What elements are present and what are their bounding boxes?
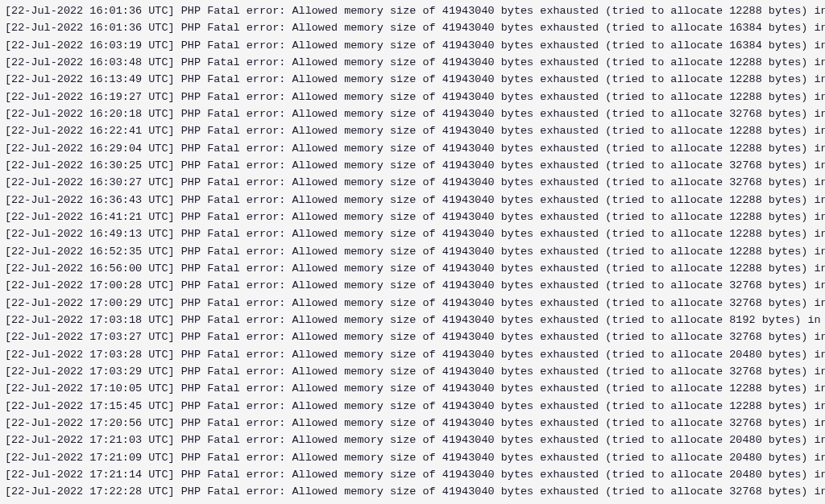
log-line: [22-Jul-2022 16:22:41 UTC] PHP Fatal err… (5, 122, 820, 139)
log-line: [22-Jul-2022 17:21:09 UTC] PHP Fatal err… (5, 449, 820, 466)
log-line: [22-Jul-2022 16:03:48 UTC] PHP Fatal err… (5, 54, 820, 71)
log-line: [22-Jul-2022 17:21:03 UTC] PHP Fatal err… (5, 432, 820, 448)
log-line: [22-Jul-2022 17:03:28 UTC] PHP Fatal err… (5, 346, 820, 363)
log-line: [22-Jul-2022 16:30:25 UTC] PHP Fatal err… (5, 157, 820, 174)
log-line: [22-Jul-2022 17:21:14 UTC] PHP Fatal err… (5, 466, 820, 483)
log-line: [22-Jul-2022 16:01:36 UTC] PHP Fatal err… (5, 2, 820, 19)
log-line: [22-Jul-2022 16:19:27 UTC] PHP Fatal err… (5, 89, 820, 105)
log-line: [22-Jul-2022 16:56:00 UTC] PHP Fatal err… (5, 260, 820, 277)
log-line: [22-Jul-2022 17:03:18 UTC] PHP Fatal err… (5, 312, 820, 328)
log-output: [22-Jul-2022 16:01:36 UTC] PHP Fatal err… (5, 2, 820, 504)
log-line: [22-Jul-2022 17:22:28 UTC] PHP Fatal err… (5, 483, 820, 500)
log-line: [22-Jul-2022 17:00:28 UTC] PHP Fatal err… (5, 277, 820, 294)
log-line: [22-Jul-2022 16:52:35 UTC] PHP Fatal err… (5, 243, 820, 260)
log-line: [22-Jul-2022 16:29:04 UTC] PHP Fatal err… (5, 140, 820, 157)
log-line: [22-Jul-2022 17:10:05 UTC] PHP Fatal err… (5, 380, 820, 397)
log-line: [22-Jul-2022 16:01:36 UTC] PHP Fatal err… (5, 19, 820, 36)
log-line: [22-Jul-2022 17:20:56 UTC] PHP Fatal err… (5, 415, 820, 432)
log-line: [22-Jul-2022 16:49:13 UTC] PHP Fatal err… (5, 225, 820, 242)
log-line: [22-Jul-2022 16:36:43 UTC] PHP Fatal err… (5, 192, 820, 209)
log-line: [22-Jul-2022 16:20:18 UTC] PHP Fatal err… (5, 105, 820, 122)
log-line: [22-Jul-2022 17:27:03 UTC] PHP Fatal err… (5, 501, 820, 504)
log-line: [22-Jul-2022 16:30:27 UTC] PHP Fatal err… (5, 174, 820, 191)
log-line: [22-Jul-2022 17:03:29 UTC] PHP Fatal err… (5, 363, 820, 380)
log-line: [22-Jul-2022 16:41:21 UTC] PHP Fatal err… (5, 209, 820, 225)
log-line: [22-Jul-2022 17:03:27 UTC] PHP Fatal err… (5, 328, 820, 345)
log-line: [22-Jul-2022 16:03:19 UTC] PHP Fatal err… (5, 37, 820, 54)
log-line: [22-Jul-2022 17:15:45 UTC] PHP Fatal err… (5, 398, 820, 415)
log-line: [22-Jul-2022 17:00:29 UTC] PHP Fatal err… (5, 295, 820, 312)
log-line: [22-Jul-2022 16:13:49 UTC] PHP Fatal err… (5, 71, 820, 88)
